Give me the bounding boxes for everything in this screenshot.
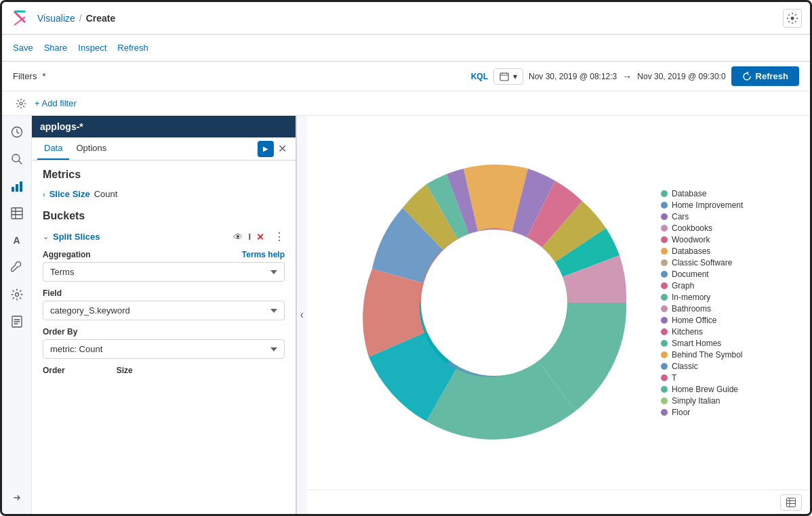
date-start: Nov 30, 2019 @ 08:12:3 <box>529 72 617 81</box>
date-end: Nov 30, 2019 @ 09:30:0 <box>637 72 725 81</box>
legend-color-dot <box>661 259 668 266</box>
legend-item-label: Cookbooks <box>672 223 712 233</box>
split-slices-header: ⌄ Split Slices 👁 I ✕ ⋮ <box>43 230 285 243</box>
svg-point-5 <box>12 154 20 162</box>
svg-point-1 <box>791 16 794 20</box>
order-by-select[interactable]: metric: Count <box>43 339 285 359</box>
legend-color-dot <box>661 271 668 278</box>
legend-item-label: Database <box>672 189 706 198</box>
legend-item[interactable]: Graph <box>661 281 768 291</box>
aggregation-select[interactable]: Terms <box>43 262 285 282</box>
legend-item[interactable]: Floor <box>661 408 768 417</box>
legend-color-dot <box>661 409 668 416</box>
save-button[interactable]: Save <box>13 43 33 53</box>
sidebar-item-arrow-right[interactable] <box>6 487 28 509</box>
edit-icon[interactable]: I <box>248 232 251 242</box>
filter-input[interactable] <box>42 71 465 81</box>
legend-color-dot <box>661 397 668 404</box>
panel-play-button[interactable]: ▶ <box>258 141 274 157</box>
metric-label[interactable]: Slice Size <box>49 189 90 199</box>
legend-item-label: Databases <box>672 246 710 256</box>
delete-icon[interactable]: ✕ <box>256 232 264 242</box>
legend-item-label: Home Brew Guide <box>672 385 738 394</box>
add-filter-link[interactable]: + Add filter <box>35 98 77 108</box>
legend-item[interactable]: Home Improvement <box>661 200 768 210</box>
chart-area: DatabaseHome ImprovementCarsCookbooksWoo… <box>307 116 810 514</box>
sidebar-item-clock[interactable] <box>6 121 28 143</box>
tab-options[interactable]: Options <box>69 137 113 160</box>
top-nav-bar: Visualize / Create <box>2 2 810 35</box>
aggregation-group: Aggregation Terms help Terms <box>43 250 285 282</box>
date-picker[interactable]: ▾ <box>493 68 523 85</box>
legend-item-label: Classic Software <box>672 258 732 267</box>
add-filter-bar: + Add filter <box>2 91 810 116</box>
legend-item-label: Classic <box>672 362 698 371</box>
legend-item[interactable]: In-memory <box>661 293 768 302</box>
panel-close-button[interactable]: ✕ <box>274 141 290 157</box>
legend-item[interactable]: Home Office <box>661 316 768 325</box>
legend-item-label: Graph <box>672 281 694 291</box>
legend-item[interactable]: Bathrooms <box>661 304 768 314</box>
legend-item[interactable]: Home Brew Guide <box>661 385 768 394</box>
legend-item[interactable]: Simply Italian <box>661 396 768 406</box>
legend-item-label: Smart Homes <box>672 339 721 348</box>
legend-item[interactable]: Classic Software <box>661 258 768 267</box>
date-arrow: → <box>622 71 632 82</box>
legend-item[interactable]: Kitchens <box>661 327 768 337</box>
sidebar-item-chart[interactable] <box>6 175 28 197</box>
inspect-button[interactable]: Inspect <box>78 43 106 53</box>
split-slices-icons: 👁 I ✕ <box>233 232 264 242</box>
legend-item-label: Home Improvement <box>672 200 743 210</box>
legend-item[interactable]: Smart Homes <box>661 339 768 348</box>
kql-badge[interactable]: KQL <box>471 72 488 81</box>
collapse-panel-button[interactable]: ‹ <box>296 116 307 514</box>
refresh-button[interactable]: Refresh <box>117 43 148 53</box>
legend-item[interactable]: Cookbooks <box>661 223 768 233</box>
tab-data[interactable]: Data <box>37 137 69 160</box>
legend-color-dot <box>661 328 668 335</box>
legend-item-label: Behind The Symbol <box>672 350 743 360</box>
share-button[interactable]: Share <box>44 43 68 53</box>
svg-point-12 <box>421 230 567 376</box>
legend-item[interactable]: Databases <box>661 246 768 256</box>
sidebar-item-note[interactable] <box>6 311 28 332</box>
sidebar-item-gear[interactable] <box>6 284 28 305</box>
legend-item[interactable]: Woodwork <box>661 235 768 244</box>
table-view-button[interactable] <box>780 494 802 511</box>
split-slices-label[interactable]: Split Slices <box>53 232 100 242</box>
legend-item[interactable]: Document <box>661 270 768 279</box>
sidebar-item-search[interactable] <box>6 148 28 170</box>
legend-item-label: Woodwork <box>672 235 710 244</box>
legend-item[interactable]: Classic <box>661 362 768 371</box>
terms-help-link[interactable]: Terms help <box>242 250 285 259</box>
chart-legend: DatabaseHome ImprovementCarsCookbooksWoo… <box>650 178 779 428</box>
breadcrumb-parent[interactable]: Visualize <box>37 13 75 24</box>
date-range-dropdown: ▾ <box>513 72 517 81</box>
order-by-label: Order By <box>43 327 285 337</box>
order-by-group: Order By metric: Count <box>43 327 285 359</box>
legend-color-dot <box>661 225 668 232</box>
legend-item[interactable]: Behind The Symbol <box>661 350 768 360</box>
legend-item[interactable]: T <box>661 373 768 383</box>
refresh-big-button[interactable]: Refresh <box>731 66 799 86</box>
order-size-row: Order Size <box>43 366 285 375</box>
legend-item[interactable]: Database <box>661 189 768 198</box>
filter-settings-button[interactable] <box>13 95 29 112</box>
sidebar-item-a[interactable]: A <box>6 230 28 251</box>
left-sidebar: A <box>2 116 32 514</box>
sidebar-item-table[interactable] <box>6 202 28 224</box>
settings-button[interactable] <box>783 9 802 28</box>
legend-color-dot <box>661 317 668 324</box>
sidebar-item-wrench[interactable] <box>6 257 28 278</box>
panel-header: applogs-* <box>32 116 296 137</box>
toggle-visibility-icon[interactable]: 👁 <box>233 232 243 242</box>
field-group: Field category_S.keyword <box>43 288 285 320</box>
breadcrumb: Visualize / Create <box>37 13 777 24</box>
legend-item[interactable]: Cars <box>661 212 768 221</box>
legend-item-label: Home Office <box>672 316 716 325</box>
metric-sub: Count <box>94 189 118 199</box>
legend-color-dot <box>661 213 668 220</box>
field-select[interactable]: category_S.keyword <box>43 301 285 320</box>
legend-color-dot <box>661 248 668 255</box>
more-options-icon[interactable]: ⋮ <box>274 230 285 243</box>
